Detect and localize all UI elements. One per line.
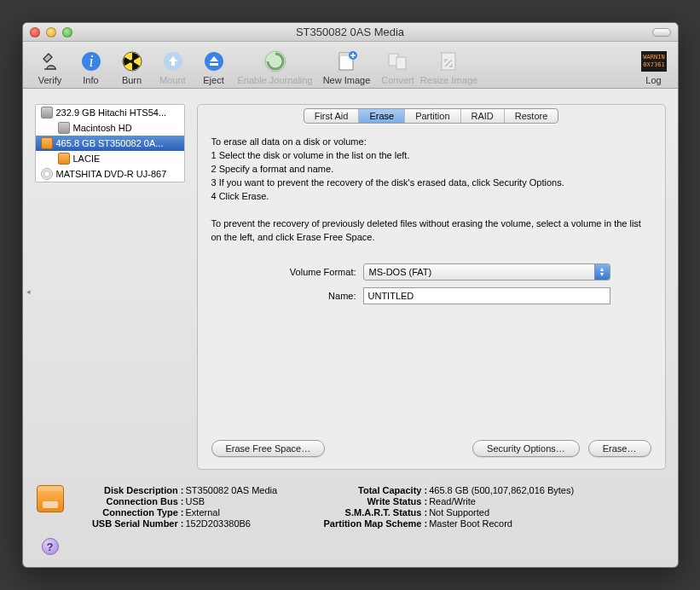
- connection-bus-value: USB: [184, 496, 205, 506]
- total-capacity-key: Total Capacity :: [299, 485, 427, 495]
- verify-label: Verify: [38, 75, 62, 85]
- tab-erase[interactable]: Erase: [359, 109, 405, 123]
- disk-list-item[interactable]: MATSHITA DVD-R UJ-867: [36, 166, 184, 182]
- svg-rect-11: [396, 57, 406, 69]
- eject-icon: [200, 48, 228, 75]
- connection-bus-key: Connection Bus :: [78, 496, 184, 506]
- volume-format-value: MS-DOS (FAT): [369, 267, 432, 277]
- journal-icon: [262, 48, 289, 75]
- instruction-line: 1 Select the disk or volume in the list …: [211, 149, 651, 163]
- zoom-window-button[interactable]: [62, 27, 72, 38]
- optical-drive-icon: [41, 168, 53, 180]
- tabs: First Aid Erase Partition RAID Restore: [304, 108, 559, 124]
- total-capacity-value: 465.8 GB (500,107,862,016 Bytes): [427, 485, 574, 495]
- warning-log-icon: WARNIN0X7361: [640, 48, 668, 75]
- convert-label: Convert: [381, 75, 414, 85]
- resize-image-label: Resize Image: [420, 75, 477, 85]
- close-window-button[interactable]: [30, 27, 40, 38]
- eject-label: Eject: [203, 75, 223, 85]
- security-options-button[interactable]: Security Options…: [472, 440, 580, 457]
- disk-item-label: Macintosh HD: [73, 123, 132, 133]
- disk-list[interactable]: 232.9 GB Hitachi HTS54... Macintosh HD 4…: [35, 104, 185, 182]
- mount-button[interactable]: Mount: [153, 48, 194, 85]
- log-button[interactable]: WARNIN0X7361 Log: [637, 48, 671, 85]
- disk-list-item[interactable]: LACIE: [36, 151, 184, 166]
- erase-free-space-button[interactable]: Erase Free Space…: [211, 440, 326, 457]
- info-label: Info: [83, 75, 98, 85]
- instruction-line: 3 If you want to prevent the recovery of…: [211, 176, 651, 190]
- convert-button[interactable]: Convert: [378, 48, 419, 85]
- dropdown-arrows-icon: ▲▼: [594, 264, 610, 280]
- svg-text:0X7361: 0X7361: [643, 61, 664, 68]
- window-controls: [23, 27, 72, 38]
- write-status-key: Write Status :: [299, 496, 427, 506]
- radiation-icon: [119, 48, 146, 75]
- partition-scheme-key: Partition Map Scheme :: [299, 518, 427, 529]
- disk-list-item-selected[interactable]: 465.8 GB ST350082 0A...: [36, 136, 184, 151]
- help-button[interactable]: ?: [42, 538, 59, 555]
- instruction-paragraph: To prevent the recovery of previously de…: [211, 217, 651, 245]
- connection-type-key: Connection Type :: [78, 507, 184, 518]
- content-panel: First Aid Erase Partition RAID Restore T…: [197, 104, 666, 470]
- tab-bar: First Aid Erase Partition RAID Restore: [211, 108, 651, 124]
- footer-icons: ?: [35, 485, 66, 555]
- partition-scheme-value: Master Boot Record: [427, 518, 512, 529]
- erase-button[interactable]: Erase…: [588, 440, 651, 457]
- disk-list-item[interactable]: 232.9 GB Hitachi HTS54...: [36, 105, 184, 120]
- mount-icon: [159, 48, 187, 75]
- internal-disk-icon: [41, 107, 53, 119]
- tab-partition[interactable]: Partition: [405, 109, 460, 123]
- volume-format-select[interactable]: MS-DOS (FAT) ▲▼: [363, 263, 610, 281]
- toolbar-toggle-pill[interactable]: [652, 28, 671, 37]
- enable-journaling-button[interactable]: Enable Journaling: [234, 48, 316, 85]
- toolbar: Verify i Info Burn Mount Eject: [23, 42, 678, 89]
- main-area: 232.9 GB Hitachi HTS54... Macintosh HD 4…: [23, 89, 678, 477]
- name-row: Name:: [246, 287, 651, 304]
- footer-col-right: Total Capacity : 465.8 GB (500,107,862,0…: [299, 485, 574, 555]
- tab-first-aid[interactable]: First Aid: [304, 109, 360, 123]
- tab-raid[interactable]: RAID: [461, 109, 505, 123]
- convert-icon: [385, 48, 412, 75]
- volume-name-input[interactable]: [363, 287, 610, 304]
- instruction-line: To erase all data on a disk or volume:: [211, 136, 651, 149]
- footer-columns: Disk Description : ST350082 0AS Media Co…: [78, 485, 666, 555]
- sidebar-resize-handle[interactable]: ◂: [26, 287, 32, 304]
- disk-description-value: ST350082 0AS Media: [184, 485, 278, 495]
- new-image-button[interactable]: New Image: [316, 48, 378, 85]
- disk-item-label: 232.9 GB Hitachi HTS54...: [56, 107, 167, 118]
- verify-button[interactable]: Verify: [30, 48, 71, 85]
- connection-type-value: External: [184, 507, 220, 518]
- minimize-window-button[interactable]: [46, 27, 56, 38]
- usb-serial-value: 152D203380B6: [184, 518, 251, 529]
- erase-button-row: Erase Free Space… Security Options… Eras…: [211, 440, 651, 457]
- disk-description-key: Disk Description :: [78, 485, 184, 495]
- sidebar-wrapper: 232.9 GB Hitachi HTS54... Macintosh HD 4…: [35, 104, 185, 470]
- resize-image-button[interactable]: Resize Image: [419, 48, 480, 85]
- disk-item-label: 465.8 GB ST350082 0A...: [56, 138, 164, 148]
- enable-journaling-label: Enable Journaling: [237, 75, 312, 85]
- svg-text:i: i: [89, 53, 93, 70]
- erase-instructions: To erase all data on a disk or volume: 1…: [211, 136, 651, 245]
- info-button[interactable]: i Info: [71, 48, 112, 85]
- internal-disk-icon: [58, 122, 70, 134]
- volume-format-row: Volume Format: MS-DOS (FAT) ▲▼: [246, 263, 651, 281]
- titlebar: ST350082 0AS Media: [23, 23, 678, 42]
- microscope-icon: [37, 48, 64, 75]
- disk-list-item[interactable]: Macintosh HD: [36, 120, 184, 136]
- external-disk-large-icon: [37, 485, 64, 512]
- burn-button[interactable]: Burn: [112, 48, 153, 85]
- new-image-label: New Image: [323, 75, 371, 85]
- disk-item-label: LACIE: [73, 153, 101, 164]
- svg-text:WARNIN: WARNIN: [643, 54, 664, 61]
- erase-form: Volume Format: MS-DOS (FAT) ▲▼ Name:: [246, 263, 651, 304]
- tab-restore[interactable]: Restore: [505, 109, 558, 123]
- smart-status-key: S.M.A.R.T. Status :: [299, 507, 427, 518]
- log-label: Log: [645, 75, 661, 85]
- eject-button[interactable]: Eject: [194, 48, 234, 85]
- volume-format-label: Volume Format:: [246, 267, 356, 277]
- resize-icon: [436, 48, 463, 75]
- window-title: ST350082 0AS Media: [23, 26, 678, 38]
- footer-col-left: Disk Description : ST350082 0AS Media Co…: [78, 485, 278, 555]
- write-status-value: Read/Write: [427, 496, 476, 506]
- external-disk-icon: [58, 153, 70, 165]
